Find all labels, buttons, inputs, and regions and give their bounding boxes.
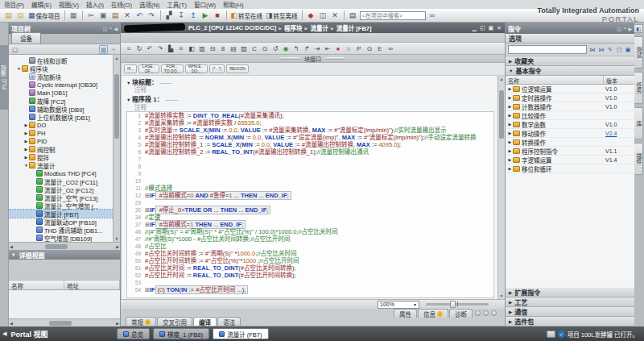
section-bar-通信[interactable]: ▶通信 bbox=[506, 307, 634, 317]
profile-edit-icon[interactable]: ✎ bbox=[606, 46, 614, 54]
tree-item[interactable]: 故障 [FC2] bbox=[9, 97, 120, 105]
code-line[interactable]: 7 bbox=[127, 156, 493, 163]
snippet-button-5[interactable]: REGION bbox=[226, 64, 249, 73]
instruction-row[interactable]: ▶移动操作V2.4 bbox=[506, 129, 634, 138]
scroll-left-icon[interactable]: ◀ bbox=[10, 243, 13, 251]
chevron-right-icon[interactable]: ▶ bbox=[23, 131, 29, 135]
code-line[interactable]: 30⊞IF #停止_0=TRUE OR ... THEN ... END_IF; bbox=[127, 206, 493, 214]
device-filter-icon[interactable]: ▢ bbox=[10, 45, 19, 54]
print-icon[interactable]: ▦ bbox=[68, 10, 79, 21]
scroll-down-icon[interactable]: ▼ bbox=[114, 235, 120, 242]
save-project-button[interactable]: ▦保存项目 bbox=[27, 10, 61, 21]
search-project-icon[interactable]: ∞ bbox=[427, 10, 438, 21]
block-interface-icon[interactable]: ◧ bbox=[187, 44, 196, 53]
splitter-grip[interactable] bbox=[280, 57, 301, 60]
tab-devices[interactable]: 设备 bbox=[11, 32, 41, 44]
tree-item[interactable]: ▶PH bbox=[9, 129, 120, 137]
insert-network-icon[interactable]: ▤ bbox=[229, 44, 238, 53]
code-line[interactable]: 9 bbox=[127, 170, 493, 177]
instruction-row[interactable]: ▶计数器操作V1.0 bbox=[506, 102, 634, 111]
scroll-up-icon[interactable]: ▲ bbox=[498, 76, 505, 82]
code-text[interactable]: #流量输出控制转换 := NORM_X(MIN := 0.0, VALUE :=… bbox=[145, 134, 477, 141]
tree-item[interactable]: Cyclic interrupt [OB30] bbox=[9, 81, 120, 89]
go-online-button[interactable]: ◧转至在线 bbox=[230, 10, 264, 21]
delete-icon[interactable]: ✕ bbox=[122, 10, 133, 21]
code-line[interactable]: 8 bbox=[127, 163, 493, 170]
find-down-icon[interactable]: ⋈ bbox=[588, 46, 597, 54]
block-interface-splitter[interactable]: 块接口 bbox=[121, 55, 505, 63]
close-window-icon[interactable]: ✕ bbox=[330, 10, 341, 21]
network-title-row[interactable]: ▼ 程序段 1： —— bbox=[122, 93, 505, 102]
call-structure-icon[interactable]: G bbox=[260, 44, 270, 53]
online-diagnostics-icon[interactable]: ◆ bbox=[306, 10, 316, 21]
details-column-名称[interactable]: 名称 bbox=[9, 281, 64, 289]
menu-item-6[interactable]: 工具(T) bbox=[167, 0, 187, 9]
code-text[interactable]: //占空比 bbox=[145, 243, 167, 250]
search-input[interactable] bbox=[360, 11, 426, 20]
code-line[interactable]: 2#流量采集转换 := #流量转换实数 / 65535.0; bbox=[127, 119, 493, 127]
chevron-right-icon[interactable]: ▶ bbox=[23, 155, 29, 160]
tree-item[interactable]: ▶阀控制 bbox=[9, 145, 120, 153]
pin-panel-icon[interactable]: ▪ bbox=[624, 26, 625, 31]
code-line[interactable]: 6#流量输出控制转换_2 := REAL_TO_INT(#流量输出控制转换_1)… bbox=[127, 148, 493, 156]
tab-syntax[interactable]: 语法 bbox=[217, 317, 241, 326]
task-fb8[interactable]: 梯度_1 (FB8) bbox=[153, 328, 209, 339]
section-bar-选件包[interactable]: ▶选件包 bbox=[506, 317, 634, 326]
chevron-down-icon[interactable]: ▼ bbox=[16, 66, 22, 71]
details-column-地址[interactable]: 地址 bbox=[64, 281, 120, 289]
split-editor-icon[interactable]: ◫ bbox=[318, 10, 328, 21]
refresh-icon[interactable]: ↺ bbox=[270, 44, 280, 53]
tree-item[interactable]: +添加新块 bbox=[9, 73, 120, 81]
tree-item[interactable]: 流量计_空气增加 [... bbox=[9, 202, 120, 210]
expand-data-icon[interactable]: 8 bbox=[218, 44, 228, 53]
instruction-version[interactable]: V2.4 bbox=[605, 131, 634, 136]
tree-item[interactable]: ▼流量计 bbox=[9, 161, 120, 169]
code-line[interactable]: 52#占空比开时间 := REAL_TO_DINT(#占空比开时间转换); bbox=[127, 272, 493, 279]
instruction-row[interactable]: ▶程序控制指令V1.1 bbox=[506, 147, 634, 156]
chevron-right-icon[interactable]: ▶ bbox=[507, 95, 513, 100]
section-bar-工艺[interactable]: ▶工艺 bbox=[506, 297, 634, 307]
chevron-right-icon[interactable]: ▶ bbox=[507, 122, 513, 127]
details-view-header[interactable]: ▼ 详细视图 bbox=[9, 250, 120, 260]
tab-compile[interactable]: 编译 bbox=[193, 317, 217, 326]
snippet-button-3[interactable]: WHILE... DO... bbox=[185, 64, 208, 73]
tree-item[interactable]: ▶PID bbox=[9, 137, 120, 145]
tree-item[interactable]: 流量联动OP [FB10] bbox=[9, 218, 120, 226]
menu-item-3[interactable]: 插入(I) bbox=[86, 0, 104, 9]
chevron-right-icon[interactable]: ▶ bbox=[507, 148, 513, 153]
column-version[interactable]: 版本 bbox=[604, 76, 634, 84]
tree-item[interactable]: 流量计_O2 [FC12] bbox=[9, 185, 120, 193]
tab-cross-references[interactable]: 交叉引用 bbox=[157, 317, 192, 326]
zoom-slider-knob[interactable] bbox=[450, 301, 456, 308]
reference-projects-icon[interactable]: ▤ bbox=[348, 10, 358, 21]
tab-general[interactable]: 常规! bbox=[126, 317, 156, 326]
plc-programming-vertical-tab[interactable]: PLC 编程 bbox=[0, 45, 9, 110]
zoom-select[interactable]: 100% ▼ bbox=[378, 301, 419, 309]
code-line[interactable]: 51#占空比关时间 := REAL_TO_DINT(#占空比关时间转换); bbox=[127, 264, 493, 272]
editor-vertical-scrollbar[interactable]: ▲▼ bbox=[497, 76, 505, 299]
breakpoint-icon[interactable]: ● bbox=[333, 44, 343, 53]
tree-item[interactable]: 空气增加 [DB109] bbox=[9, 234, 120, 242]
code-text[interactable]: //(#"周期(S)" = #"周期(S)" * #"占空比(%)" / 100… bbox=[145, 228, 338, 235]
tree-item[interactable]: 流量计 [FB7] bbox=[9, 210, 120, 218]
zoom-slider[interactable] bbox=[426, 303, 489, 306]
breadcrumb-item[interactable]: 程序块 bbox=[284, 23, 303, 32]
scroll-up-icon[interactable]: ▲ bbox=[114, 55, 120, 61]
code-text[interactable]: #流量转换实数 := DINT_TO_REAL(#流量采集通讯); bbox=[145, 112, 284, 119]
column-name[interactable]: 名称 bbox=[506, 76, 604, 84]
inspector-option-button[interactable] bbox=[491, 310, 497, 316]
clear-breakpoint-icon[interactable]: ○ bbox=[344, 44, 353, 53]
menu-item-8[interactable]: 帮助(H) bbox=[223, 0, 243, 9]
breadcrumb-device[interactable]: PLC_2 [CPU 1214C DC/DC/DC] bbox=[188, 24, 276, 31]
code-line[interactable]: 12⊞IF #当前模式=0 AND #急停=1 ... THEN ... END… bbox=[127, 192, 493, 199]
cut-icon[interactable]: ✂ bbox=[86, 10, 97, 21]
tree-item[interactable]: ▶DO bbox=[9, 121, 120, 129]
open-project-icon[interactable]: ▤ bbox=[15, 10, 26, 21]
basic-instructions-section-bar[interactable]: ▼ 基本指令 bbox=[506, 66, 634, 76]
next-error-icon[interactable]: ⇥ bbox=[312, 44, 322, 53]
auto-collapse-icon[interactable]: ◫ bbox=[103, 26, 108, 31]
code-line[interactable]: 4#流量输出控制转换 := NORM_X(MIN := 0.0, VALUE :… bbox=[127, 134, 493, 141]
delete-network-icon[interactable]: ▨ bbox=[239, 44, 249, 53]
tab-testing[interactable]: 测试 bbox=[634, 36, 643, 69]
redo-edit-icon[interactable]: ↷ bbox=[155, 44, 165, 53]
